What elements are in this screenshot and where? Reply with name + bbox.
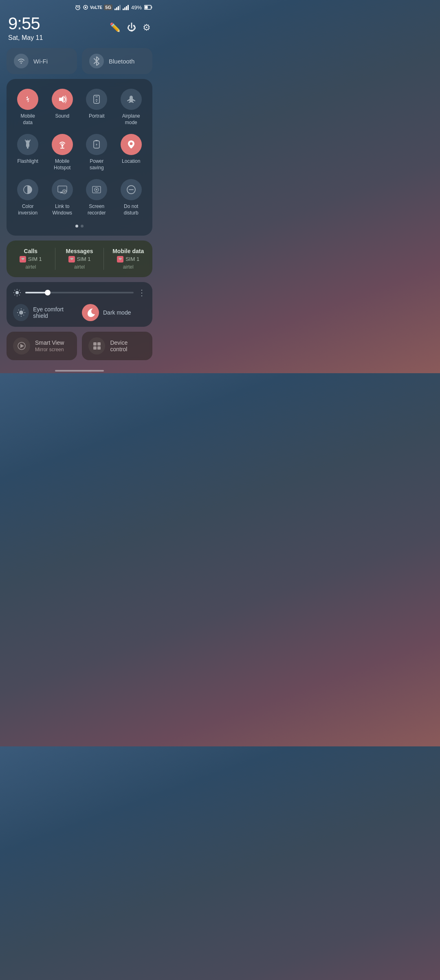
svg-line-53: [19, 290, 20, 291]
page-dots: [11, 225, 147, 228]
svg-rect-23: [26, 143, 29, 147]
smart-view-tile[interactable]: Smart View Mirror screen: [7, 332, 77, 360]
device-control-text: Device control: [110, 339, 146, 352]
hotspot-icon-container: [52, 134, 73, 155]
sound-tile[interactable]: Sound: [46, 85, 79, 129]
location-label: Location: [122, 158, 140, 165]
location-tile[interactable]: Location: [115, 131, 148, 174]
mobile-data-label: Mobiledata: [21, 113, 35, 126]
dot-1: [75, 225, 78, 228]
home-bar[interactable]: [55, 370, 104, 372]
eye-comfort-label: Eye comfort shield: [33, 306, 77, 319]
color-inversion-icon: [23, 185, 33, 195]
svg-point-34: [130, 142, 132, 145]
airplane-icon-container: [121, 89, 142, 110]
dark-mode-tile[interactable]: Dark mode: [82, 304, 146, 321]
mobile-data-icon: [17, 89, 38, 110]
svg-rect-68: [93, 346, 97, 350]
home-indicator[interactable]: [0, 367, 159, 373]
device-control-icon: [92, 341, 101, 350]
sound-icon: [57, 95, 67, 104]
status-bar: VoLTE 5G 49%: [0, 0, 159, 12]
wifi-tile[interactable]: Wi-Fi: [7, 48, 77, 74]
main-grid-panel: Mobiledata Sound Portrait: [7, 79, 152, 236]
sim-messages-title: Messages: [66, 248, 93, 254]
signal2-icon: [122, 4, 129, 10]
sim-messages-sim: SIM 1: [77, 256, 91, 262]
link-to-windows-tile[interactable]: Link toWindows: [46, 176, 79, 219]
smart-view-icon: [17, 341, 26, 350]
brightness-fill: [25, 292, 47, 293]
do-not-disturb-icon: [126, 185, 136, 195]
svg-line-4: [79, 5, 80, 6]
screen-recorder-label: Screenrecorder: [88, 203, 106, 216]
portrait-tile[interactable]: Portrait: [80, 85, 113, 129]
svg-marker-19: [59, 96, 64, 103]
do-not-disturb-tile[interactable]: Do notdisturb: [115, 176, 148, 219]
svg-rect-7: [114, 9, 116, 10]
sim-messages-detail: ❤ SIM 1: [68, 256, 91, 262]
brightness-panel: ⋮ Eye comfort shield: [7, 282, 152, 327]
sim-messages-heart: ❤: [68, 256, 75, 262]
sim-messages[interactable]: Messages ❤ SIM 1 airtel: [55, 246, 104, 271]
power-saving-tile[interactable]: Powersaving: [80, 131, 113, 174]
flashlight-tile[interactable]: Flashlight: [11, 131, 44, 174]
airplane-tile[interactable]: Airplanemode: [115, 85, 148, 129]
sim-calls-sim: SIM 1: [28, 256, 42, 262]
svg-line-63: [18, 315, 19, 315]
sim-panel: Calls ❤ SIM 1 airtel Messages ❤ SIM 1 ai…: [7, 241, 152, 277]
sim-mobiledata-sim: SIM 1: [125, 256, 139, 262]
brightness-menu-icon[interactable]: ⋮: [138, 288, 146, 298]
brightness-row: ⋮: [13, 288, 146, 298]
time-display: 9:55: [8, 14, 43, 33]
screen-recorder-tile[interactable]: Screenrecorder: [80, 176, 113, 219]
bottom-row: Smart View Mirror screen Device control: [0, 332, 159, 367]
sim-calls-detail: ❤ SIM 1: [20, 256, 42, 262]
edit-icon[interactable]: ✏️: [110, 22, 121, 33]
svg-line-26: [25, 140, 26, 140]
svg-line-27: [30, 140, 31, 140]
status-icons: VoLTE 5G: [75, 4, 129, 11]
sim-calls-heart: ❤: [20, 256, 26, 262]
hotspot-icon: [57, 140, 67, 149]
screen-recorder-icon-container: [86, 179, 107, 200]
power-icon[interactable]: ⏻: [127, 22, 136, 33]
grid-row-2: Flashlight MobileHotspot: [11, 131, 147, 174]
device-control-tile[interactable]: Device control: [82, 332, 152, 360]
svg-line-62: [23, 310, 24, 311]
svg-rect-66: [93, 342, 97, 346]
smart-view-icon-container: [13, 337, 30, 354]
brightness-handle[interactable]: [45, 290, 51, 295]
svg-rect-8: [116, 7, 117, 10]
smart-view-sublabel: Mirror screen: [35, 347, 64, 352]
power-saving-label: Powersaving: [90, 158, 104, 171]
svg-rect-12: [124, 7, 125, 10]
mobile-data-tile[interactable]: Mobiledata: [11, 85, 44, 129]
sim-mobiledata[interactable]: Mobile data ❤ SIM 1 airtel: [104, 246, 152, 271]
flashlight-label: Flashlight: [18, 158, 38, 165]
sim-mobiledata-detail: ❤ SIM 1: [117, 256, 139, 262]
bluetooth-label: Bluetooth: [109, 58, 134, 65]
portrait-label: Portrait: [89, 113, 105, 120]
svg-point-6: [85, 7, 86, 8]
settings-icon[interactable]: ⚙: [143, 22, 151, 33]
sim-calls-carrier: airtel: [25, 264, 36, 270]
hotspot-tile[interactable]: MobileHotspot: [46, 131, 79, 174]
brightness-slider[interactable]: [25, 292, 134, 293]
color-inversion-tile[interactable]: Colorinversion: [11, 176, 44, 219]
link-to-windows-icon-container: [52, 179, 73, 200]
bluetooth-icon-container: [89, 54, 104, 68]
bluetooth-tile[interactable]: Bluetooth: [82, 48, 152, 74]
svg-rect-25: [27, 147, 29, 149]
flashlight-icon-container: [17, 134, 38, 155]
signal1-icon: [114, 4, 121, 10]
do-not-disturb-icon-container: [121, 179, 142, 200]
device-control-label: Device control: [110, 339, 146, 352]
sim-calls-title: Calls: [24, 248, 37, 254]
link-to-windows-label: Link toWindows: [52, 203, 72, 216]
svg-rect-17: [145, 6, 148, 9]
time-date-block: 9:55 Sat, May 11: [8, 14, 43, 42]
eye-comfort-tile[interactable]: Eye comfort shield: [13, 304, 77, 321]
sim-calls[interactable]: Calls ❤ SIM 1 airtel: [7, 246, 55, 271]
volte-icon: VoLTE: [90, 5, 102, 10]
